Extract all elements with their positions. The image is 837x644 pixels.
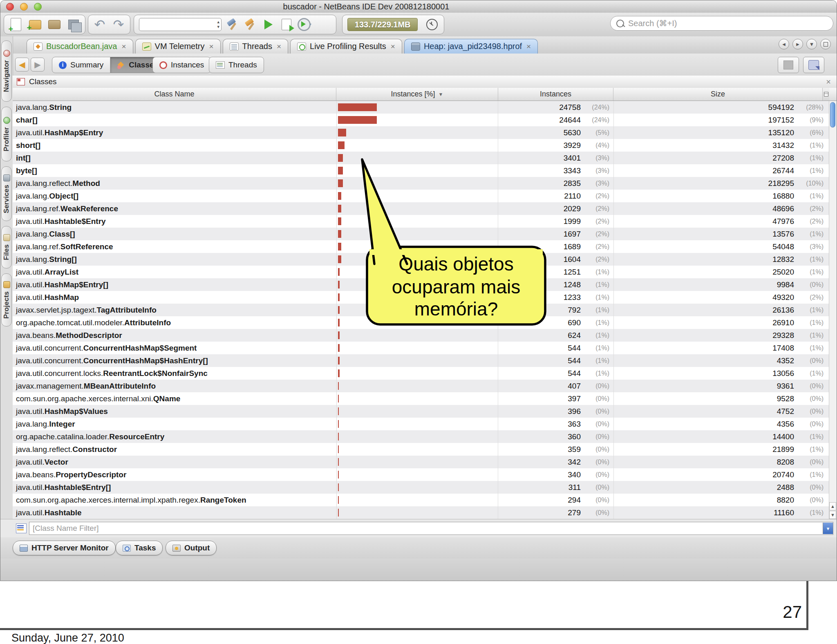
table-row[interactable]: java.util.HashMap$Entry[]1248(1%)9984(0%… bbox=[13, 278, 830, 291]
profile-button[interactable]: ▾ bbox=[298, 17, 311, 32]
table-row[interactable]: java.util.HashMap$Values396(0%)4752(0%) bbox=[13, 405, 830, 418]
maximize-view-button[interactable] bbox=[820, 39, 831, 49]
size-cell-percent: (0%) bbox=[794, 357, 830, 364]
sidebar-item-profiler[interactable]: Profiler bbox=[1, 107, 12, 161]
table-row[interactable]: char[]24644(24%)197152(9%) bbox=[13, 114, 830, 126]
table-row[interactable]: java.util.concurrent.ConcurrentHashMap$H… bbox=[13, 354, 830, 367]
tab-heap-dump[interactable]: Heap: java_pid23498.hprof × bbox=[404, 39, 538, 54]
scroll-up-button[interactable]: ▲ bbox=[829, 502, 836, 510]
table-row[interactable]: java.beans.MethodDescriptor624(1%)29328(… bbox=[13, 329, 830, 342]
table-row[interactable]: org.apache.catalina.loader.ResourceEntry… bbox=[13, 430, 830, 443]
scroll-down-button[interactable]: ▼ bbox=[829, 511, 836, 519]
table-row[interactable]: java.util.HashMap1233(1%)49320(2%) bbox=[13, 291, 830, 304]
tab-summary[interactable]: i Summary bbox=[52, 57, 110, 73]
table-row[interactable]: java.lang.Class[]1697(2%)13576(1%) bbox=[13, 228, 830, 240]
column-header-size[interactable]: Size bbox=[613, 88, 823, 101]
java-file-icon bbox=[34, 42, 43, 51]
table-row[interactable]: java.util.concurrent.ConcurrentHashMap$S… bbox=[13, 342, 830, 354]
close-icon[interactable]: × bbox=[121, 42, 126, 51]
sidebar-item-files[interactable]: Files bbox=[1, 226, 12, 268]
table-row[interactable]: java.lang.String24758(24%)594192(28%) bbox=[13, 101, 830, 114]
class-name-filter: ▾ bbox=[29, 522, 833, 535]
build-button[interactable] bbox=[226, 17, 239, 32]
size-cell-percent: (0%) bbox=[794, 395, 830, 402]
instances-cell-percent: (1%) bbox=[581, 281, 613, 288]
table-row[interactable]: java.lang.ref.WeakReference2029(2%)48696… bbox=[13, 202, 830, 215]
table-row[interactable]: java.lang.Integer363(0%)4356(0%) bbox=[13, 418, 830, 430]
save-snapshot-button[interactable] bbox=[778, 57, 799, 73]
heap-back-button[interactable]: ◀ bbox=[15, 58, 29, 72]
column-header-class-name[interactable]: Class Name bbox=[13, 88, 336, 101]
scroll-tabs-right-button[interactable]: ▸ bbox=[792, 39, 803, 49]
table-row[interactable]: java.util.Hashtable279(0%)11160(1%) bbox=[13, 506, 830, 519]
table-row[interactable]: java.lang.reflect.Constructor359(0%)2189… bbox=[13, 443, 830, 456]
debug-button[interactable] bbox=[280, 17, 293, 32]
scrollbar-thumb[interactable] bbox=[830, 102, 835, 127]
close-panel-icon[interactable]: × bbox=[826, 77, 831, 87]
table-row[interactable]: java.util.Hashtable$Entry1999(2%)47976(2… bbox=[13, 215, 830, 228]
table-row[interactable]: com.sun.org.apache.xerces.internal.impl.… bbox=[13, 494, 830, 506]
combobox-stepper-icon[interactable]: ▴▾ bbox=[217, 19, 219, 29]
search-input[interactable] bbox=[627, 18, 827, 29]
table-row[interactable]: java.lang.reflect.Method2835(3%)218295(1… bbox=[13, 177, 830, 190]
heap-forward-button[interactable]: ▶ bbox=[31, 58, 45, 72]
table-row[interactable]: int[]3401(3%)27208(1%) bbox=[13, 152, 830, 164]
filter-dropdown-button[interactable]: ▾ bbox=[823, 523, 833, 534]
table-row[interactable]: byte[]3343(3%)26744(1%) bbox=[13, 164, 830, 177]
table-row[interactable]: java.util.Vector342(0%)8208(0%) bbox=[13, 456, 830, 468]
table-row[interactable]: javax.management.MBeanAttributeInfo407(0… bbox=[13, 380, 830, 392]
tasks-button[interactable]: Tasks bbox=[116, 541, 163, 555]
column-header-instances[interactable]: Instances bbox=[498, 88, 613, 101]
scroll-tabs-left-button[interactable]: ◂ bbox=[779, 39, 789, 49]
table-row[interactable]: javax.servlet.jsp.tagext.TagAttributeInf… bbox=[13, 304, 830, 316]
table-row[interactable]: java.lang.String[]1604(2%)12832(1%) bbox=[13, 253, 830, 266]
vertical-scrollbar[interactable]: ▲ ▼ bbox=[829, 101, 837, 519]
instances-cell-value: 294 bbox=[568, 496, 581, 505]
column-selector-button[interactable] bbox=[823, 88, 829, 101]
close-icon[interactable]: × bbox=[209, 42, 213, 51]
output-button[interactable]: Output bbox=[166, 541, 217, 555]
close-icon[interactable]: × bbox=[391, 42, 395, 51]
class-name-filter-input[interactable] bbox=[29, 523, 823, 533]
redo-button[interactable]: ↷ bbox=[112, 17, 125, 32]
column-header-instances-pct[interactable]: Instances [%] ▼ bbox=[336, 88, 498, 101]
tab-instances[interactable]: Instances bbox=[153, 57, 210, 73]
new-file-button[interactable] bbox=[9, 17, 22, 32]
table-row[interactable]: java.util.Hashtable$Entry[]311(0%)2488(0… bbox=[13, 481, 830, 494]
save-all-button[interactable] bbox=[67, 17, 80, 32]
tab-vm-telemetry[interactable]: VM Telemetry × bbox=[135, 39, 221, 54]
table-row[interactable]: java.lang.ref.SoftReference1689(2%)54048… bbox=[13, 240, 830, 253]
run-button[interactable] bbox=[262, 17, 275, 32]
table-row[interactable]: java.util.ArrayList1251(1%)25020(1%) bbox=[13, 266, 830, 278]
scroll-down-icon: ▼ bbox=[830, 512, 835, 517]
table-row[interactable]: org.apache.tomcat.util.modeler.Attribute… bbox=[13, 316, 830, 329]
size-cell: 8208(0%) bbox=[613, 456, 830, 468]
open-project-button[interactable] bbox=[47, 17, 61, 32]
instances-bar bbox=[338, 433, 339, 441]
table-row[interactable]: java.beans.PropertyDescriptor340(0%)2074… bbox=[13, 468, 830, 481]
configuration-combobox[interactable]: ▴▾ bbox=[139, 18, 222, 31]
close-icon[interactable]: × bbox=[277, 42, 281, 51]
export-heap-button[interactable] bbox=[803, 57, 824, 73]
clean-build-button[interactable] bbox=[244, 17, 257, 32]
http-server-monitor-button[interactable]: HTTP Server Monitor bbox=[13, 541, 116, 555]
tab-list-button[interactable]: ▾ bbox=[806, 39, 817, 49]
tab-buscadorbean-java[interactable]: BuscadorBean.java × bbox=[27, 39, 133, 54]
sidebar-item-projects[interactable]: Projects bbox=[1, 273, 12, 326]
table-row[interactable]: java.util.concurrent.locks.ReentrantLock… bbox=[13, 367, 830, 380]
instances-bar bbox=[338, 471, 339, 479]
sidebar-item-services[interactable]: Services bbox=[1, 166, 12, 221]
undo-button[interactable]: ↶ bbox=[93, 17, 106, 32]
garbage-collect-button[interactable] bbox=[425, 17, 439, 32]
table-row[interactable]: com.sun.org.apache.xerces.internal.xni.Q… bbox=[13, 392, 830, 405]
tab-live-profiling-results[interactable]: Live Profiling Results × bbox=[290, 39, 402, 54]
table-row[interactable]: short[]3929(4%)31432(1%) bbox=[13, 139, 830, 152]
close-icon[interactable]: × bbox=[526, 42, 531, 51]
instances-bar-cell bbox=[336, 253, 498, 266]
table-row[interactable]: java.util.HashMap$Entry5630(5%)135120(6%… bbox=[13, 126, 830, 139]
new-project-button[interactable] bbox=[28, 17, 42, 32]
tab-threads[interactable]: Threads × bbox=[223, 39, 288, 54]
tab-heap-threads[interactable]: Threads bbox=[209, 57, 264, 73]
sidebar-item-navigator[interactable]: Navigator bbox=[1, 40, 12, 102]
table-row[interactable]: java.lang.Object[]2110(2%)16880(1%) bbox=[13, 190, 830, 202]
